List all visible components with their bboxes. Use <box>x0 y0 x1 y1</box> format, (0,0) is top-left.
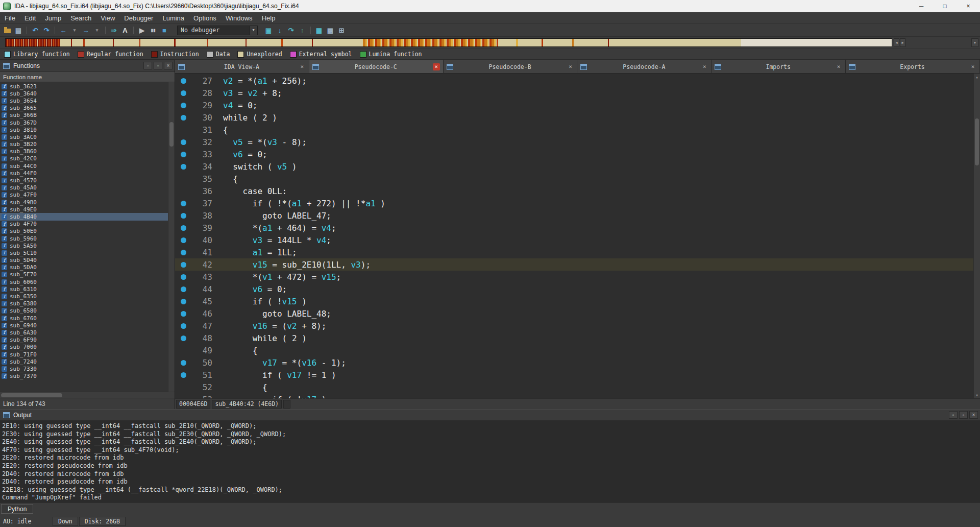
code-line[interactable]: 30while ( 2 ) <box>175 111 973 124</box>
code-line[interactable]: 40 v3 = 144LL * v4; <box>175 234 973 246</box>
line-mark-icon[interactable] <box>181 90 186 96</box>
function-list-item[interactable]: fsub_7240 <box>0 358 168 365</box>
output-log[interactable]: 2E10: using guessed type __int64 __fastc… <box>0 421 980 502</box>
function-list-item[interactable]: fsub_45A0 <box>0 184 168 191</box>
nav-right-arrow-icon[interactable]: ▸ <box>900 38 905 47</box>
float-icon[interactable]: ▫ <box>959 411 968 419</box>
close-icon[interactable]: × <box>701 63 708 70</box>
nav-left-arrow-icon[interactable]: ◂ <box>894 38 899 47</box>
tab-pseudocode-c[interactable]: Pseudocode-C× <box>309 60 444 73</box>
code-line[interactable]: 27v2 = *(a1 + 256); <box>175 75 973 87</box>
function-list-item[interactable]: fsub_6380 <box>0 300 168 307</box>
function-list-item[interactable]: fsub_366B <box>0 112 168 119</box>
line-mark-icon[interactable] <box>181 323 186 329</box>
menu-help[interactable]: Help <box>257 12 280 23</box>
close-icon[interactable]: × <box>835 63 842 70</box>
jump-address-icon[interactable]: ⇒ <box>108 25 119 35</box>
code-line[interactable]: 28v3 = v2 + 8; <box>175 87 973 99</box>
function-list-item[interactable]: fsub_5DA0 <box>0 264 168 271</box>
line-mark-icon[interactable] <box>181 103 186 108</box>
function-list-item[interactable]: fsub_6350 <box>0 293 168 300</box>
menu-view[interactable]: View <box>96 12 119 23</box>
line-mark-icon[interactable] <box>181 237 186 243</box>
database-snapshot-icon[interactable]: ▤ <box>13 25 24 35</box>
scrollbar-thumb[interactable] <box>169 122 174 147</box>
attach-process-icon[interactable]: ▣ <box>263 25 274 35</box>
code-line[interactable]: 46 goto LABEL_48; <box>175 307 973 320</box>
close-icon[interactable]: × <box>433 63 440 70</box>
menu-options[interactable]: Options <box>189 12 221 23</box>
function-list-item[interactable]: fsub_5C10 <box>0 249 168 256</box>
functions-vertical-scrollbar[interactable] <box>168 82 175 392</box>
tab-exports[interactable]: Exports× <box>846 60 980 73</box>
maximize-button[interactable]: □ <box>933 0 957 12</box>
line-mark-icon[interactable] <box>181 274 186 280</box>
line-mark-icon[interactable] <box>181 336 186 341</box>
function-list-item[interactable]: fsub_47F0 <box>0 191 168 199</box>
tab-ida-view-a[interactable]: IDA View-A× <box>175 60 309 73</box>
code-line[interactable]: 47 v16 = (v2 + 8); <box>175 320 973 332</box>
function-list-item[interactable]: fsub_3654 <box>0 97 168 104</box>
function-list-item[interactable]: fsub_6060 <box>0 278 168 285</box>
text-search-icon[interactable]: A <box>119 25 131 35</box>
menu-edit[interactable]: Edit <box>20 12 40 23</box>
code-line[interactable]: 37 if ( !*(a1 + 272) || !*a1 ) <box>175 197 973 209</box>
code-line[interactable]: 48 while ( 2 ) <box>175 332 973 344</box>
float-icon[interactable]: ▫ <box>154 62 162 69</box>
debugger-selector[interactable]: No debugger ▼ <box>177 26 258 35</box>
function-list-item[interactable]: fsub_6F90 <box>0 337 168 344</box>
function-list-item[interactable]: fsub_50E0 <box>0 228 168 235</box>
line-mark-icon[interactable] <box>181 225 186 231</box>
line-mark-icon[interactable] <box>181 250 186 255</box>
line-mark-icon[interactable] <box>181 360 186 366</box>
close-icon[interactable]: × <box>969 63 976 70</box>
code-line[interactable]: 49 { <box>175 344 973 356</box>
function-list-item[interactable]: fsub_3810 <box>0 126 168 133</box>
menu-jump[interactable]: Jump <box>40 12 66 23</box>
tab-pseudocode-b[interactable]: Pseudocode-B× <box>444 60 578 73</box>
close-icon[interactable]: × <box>164 62 173 69</box>
redo-icon[interactable]: ↷ <box>41 25 52 35</box>
menu-file[interactable]: File <box>0 12 20 23</box>
scrollbar-thumb[interactable] <box>1 393 62 397</box>
function-list-item[interactable]: fsub_5A50 <box>0 242 168 249</box>
line-mark-icon[interactable] <box>181 152 186 157</box>
code-line[interactable]: 44 v6 = 0; <box>175 283 973 295</box>
line-mark-icon[interactable] <box>181 372 186 378</box>
graph-view-icon[interactable]: ▩ <box>325 25 336 35</box>
function-list-item[interactable]: fsub_6940 <box>0 322 168 329</box>
start-process-icon[interactable]: ▶ <box>136 25 148 35</box>
code-line[interactable]: 33 v6 = 0; <box>175 148 973 160</box>
menu-lumina[interactable]: Lumina <box>158 12 189 23</box>
close-icon[interactable]: × <box>299 63 306 70</box>
function-list-item[interactable]: fsub_44C0 <box>0 162 168 170</box>
minimize-button[interactable]: ─ <box>910 0 933 12</box>
line-mark-icon[interactable] <box>181 286 186 292</box>
function-list-item[interactable]: fsub_49B0 <box>0 199 168 206</box>
step-over-icon[interactable]: ↷ <box>285 25 297 35</box>
function-list-item[interactable]: fsub_71F0 <box>0 351 168 358</box>
code-line[interactable]: 31{ <box>175 124 973 136</box>
code-line[interactable]: 42 v15 = sub_2E10(1LL, v3); <box>175 258 973 271</box>
line-mark-icon[interactable] <box>181 139 186 145</box>
function-list-item[interactable]: fsub_4570 <box>0 177 168 184</box>
line-mark-icon[interactable] <box>181 262 186 268</box>
code-line[interactable]: 38 goto LABEL_47; <box>175 209 973 222</box>
function-list-item[interactable]: fsub_3640 <box>0 90 168 97</box>
close-icon[interactable]: × <box>567 63 574 70</box>
line-mark-icon[interactable] <box>181 213 186 219</box>
cli-selector[interactable]: Python <box>1 504 33 514</box>
function-list-item[interactable]: fsub_5D40 <box>0 257 168 264</box>
function-list-item[interactable]: fsub_3AC0 <box>0 133 168 140</box>
function-list-item[interactable]: fsub_6580 <box>0 307 168 315</box>
function-list-item[interactable]: fsub_44F0 <box>0 170 168 177</box>
function-list-item[interactable]: fsub_7330 <box>0 365 168 372</box>
code-line[interactable]: 35 { <box>175 173 973 185</box>
pseudocode-view[interactable]: 27v2 = *(a1 + 256);28v3 = v2 + 8;29v4 = … <box>175 74 980 398</box>
function-list-item[interactable]: fsub_3623 <box>0 83 168 90</box>
code-line[interactable]: 43 *(v1 + 472) = v15; <box>175 271 973 283</box>
open-subviews-icon[interactable]: ▦ <box>313 25 325 35</box>
stop-process-icon[interactable]: ■ <box>159 25 170 35</box>
open-file-icon[interactable] <box>2 25 13 35</box>
function-list-item[interactable]: fsub_5960 <box>0 235 168 242</box>
